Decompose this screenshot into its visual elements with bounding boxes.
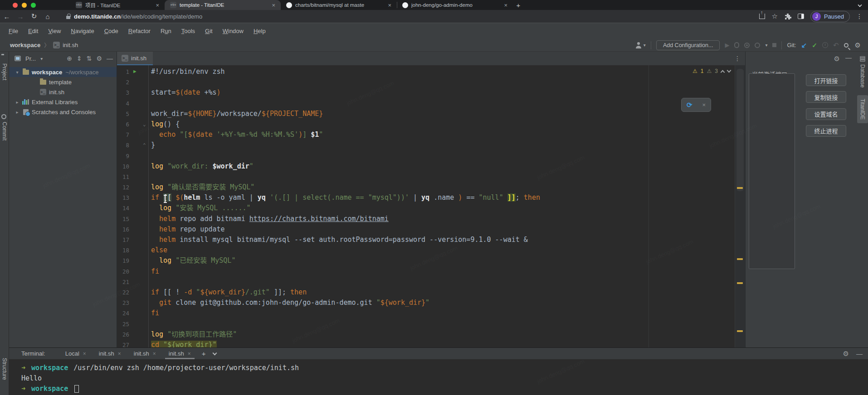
run-more-chevron-icon[interactable]: ▾ <box>765 43 767 48</box>
panel-settings-gear-icon[interactable]: ⚙ <box>96 55 102 62</box>
menu-code[interactable]: Code <box>100 26 122 36</box>
browser-tab[interactable]: charts/bitnami/mysql at maste× <box>281 0 397 10</box>
browser-menu-kebab-icon[interactable]: ⋮ <box>856 13 863 20</box>
set-domain-button[interactable]: 设置域名 <box>806 108 846 120</box>
open-link-button[interactable]: 打开链接 <box>806 74 846 86</box>
previous-warning-chevron-icon[interactable] <box>721 70 725 74</box>
breadcrumb-file[interactable]: init.sh <box>63 42 78 48</box>
tool-tab-commit[interactable]: Commit <box>1 122 8 140</box>
locate-file-icon[interactable]: ⊕ <box>67 55 72 62</box>
tab-close-icon[interactable]: × <box>271 2 276 9</box>
scrollbar-thumb[interactable] <box>736 69 744 191</box>
tree-item-external-libraries[interactable]: ▸External Libraries <box>9 97 117 107</box>
active-ports-list[interactable] <box>749 73 795 269</box>
profile-icon[interactable] <box>744 43 750 48</box>
back-button[interactable]: ← <box>0 13 14 20</box>
terminal-output[interactable]: ➜workspace/usr/bin/env zsh /home/project… <box>9 359 868 394</box>
chevron-right-icon[interactable]: ▸ <box>13 100 22 105</box>
tab-close-icon[interactable]: × <box>83 351 86 357</box>
tree-item-scratches-and-consoles[interactable]: ▸Scratches and Consoles <box>9 107 117 117</box>
tab-close-icon[interactable]: × <box>503 2 508 9</box>
tab-close-icon[interactable]: × <box>155 2 160 9</box>
fold-close-icon[interactable]: ⌃ <box>143 140 146 150</box>
terminal-tab-init-sh[interactable]: init.sh× <box>93 348 127 359</box>
add-configuration-button[interactable]: Add Configuration... <box>656 40 720 50</box>
menu-window[interactable]: Window <box>219 26 248 36</box>
warning-stripe-mark[interactable] <box>737 330 743 332</box>
window-controls[interactable] <box>13 3 36 8</box>
forward-button[interactable]: → <box>14 13 27 20</box>
home-button[interactable]: ⌂ <box>41 13 54 20</box>
fold-open-icon[interactable]: ⌄ <box>143 119 146 130</box>
browser-tab[interactable]: john-deng/go-admin-demo× <box>397 0 513 10</box>
copy-link-button[interactable]: 复制链接 <box>806 91 846 103</box>
hide-panel-icon[interactable]: — <box>845 54 852 61</box>
editor-tab-init-sh[interactable]: >_ init.sh <box>117 52 153 65</box>
tool-tab-titanide[interactable]: TitanIDE <box>857 95 868 123</box>
editor-scrollbar-stripe[interactable] <box>735 65 745 347</box>
bookmark-star-icon[interactable]: ☆ <box>771 12 777 20</box>
terminal-tab-local[interactable]: Local× <box>59 348 93 359</box>
inspections-widget[interactable]: ⚠ 1 ⚠ 3 <box>692 68 731 74</box>
terminal-tab-init-sh[interactable]: init.sh× <box>127 348 162 359</box>
menu-file[interactable]: File <box>5 26 22 36</box>
close-icon[interactable]: × <box>702 101 706 108</box>
new-tab-button[interactable]: + <box>513 0 524 10</box>
tree-item-init-sh[interactable]: >_init.sh <box>9 87 117 97</box>
warning-stripe-mark[interactable] <box>737 258 743 260</box>
tab-close-icon[interactable]: × <box>387 2 392 9</box>
tree-item-workspace[interactable]: ▾workspace~/workspace <box>9 67 117 77</box>
browser-tab[interactable]: <t>项目 - TitanIDE× <box>70 0 165 10</box>
tab-close-icon[interactable]: × <box>188 351 191 357</box>
terminal-tabs-chevron-icon[interactable] <box>212 351 217 355</box>
reload-button[interactable]: ↻ <box>27 12 41 20</box>
tool-tab-structure[interactable]: Structure <box>1 358 8 380</box>
minimize-window-icon[interactable] <box>22 3 27 8</box>
run-button[interactable]: ▶ <box>725 42 729 48</box>
hide-terminal-icon[interactable]: — <box>856 350 863 357</box>
lock-icon[interactable] <box>66 16 70 19</box>
warning-stripe-mark[interactable] <box>737 282 743 284</box>
maximize-window-icon[interactable] <box>31 3 36 8</box>
terminal-tab-init-sh[interactable]: init.sh× <box>162 348 197 359</box>
git-commit-check-icon[interactable]: ✓ <box>812 42 817 49</box>
extensions-puzzle-icon[interactable] <box>784 13 791 20</box>
tab-close-icon[interactable]: × <box>153 351 156 357</box>
chevron-right-icon[interactable]: ▸ <box>13 110 22 115</box>
coverage-icon[interactable] <box>755 43 760 48</box>
menu-refactor[interactable]: Refactor <box>124 26 155 36</box>
new-terminal-tab-button[interactable]: + <box>197 350 210 357</box>
menu-navigate[interactable]: Navigate <box>67 26 98 36</box>
terminate-process-button[interactable]: 终止进程 <box>806 125 846 137</box>
tab-close-icon[interactable]: × <box>118 351 121 357</box>
expand-all-icon[interactable]: ⇕ <box>77 55 82 62</box>
run-line-icon[interactable]: ▶ <box>133 68 137 75</box>
close-window-icon[interactable] <box>13 3 18 8</box>
commit-tool-icon[interactable] <box>1 114 6 119</box>
chevron-down-icon[interactable]: ▾ <box>40 56 43 61</box>
next-warning-chevron-icon[interactable] <box>727 68 731 73</box>
browser-tab[interactable]: <t>template - TitanIDE× <box>165 0 281 10</box>
menu-edit[interactable]: Edit <box>24 26 42 36</box>
chevron-down-icon[interactable]: ▾ <box>13 70 22 75</box>
breadcrumb-root[interactable]: workspace <box>10 42 40 48</box>
code-area[interactable]: #!/usr/bin/env zsh start=$(date +%s) wor… <box>151 67 734 347</box>
project-view-selector[interactable]: Pr... <box>25 55 36 62</box>
stop-button[interactable] <box>772 43 776 47</box>
debug-bug-icon[interactable] <box>734 42 739 48</box>
refresh-icon[interactable]: ⟳ <box>687 101 692 109</box>
menu-git[interactable]: Git <box>201 26 217 36</box>
terminal-settings-gear-icon[interactable]: ⚙ <box>843 350 849 358</box>
menu-run[interactable]: Run <box>156 26 176 36</box>
address-bar[interactable]: demo.titanide.cn/ide/web/coding/template… <box>74 13 202 20</box>
menu-view[interactable]: View <box>44 26 65 36</box>
code-with-me-button[interactable]: ▾ <box>635 42 646 48</box>
search-everywhere-icon[interactable] <box>844 43 848 48</box>
code-link[interactable]: https://charts.bitnami.com/bitnami <box>249 215 389 223</box>
rollback-undo-icon[interactable]: ↶ <box>833 41 839 49</box>
history-clock-icon[interactable] <box>822 42 828 48</box>
share-icon[interactable] <box>759 14 765 19</box>
editor-options-kebab-icon[interactable]: ⋮ <box>734 55 741 62</box>
git-update-icon[interactable]: ↙ <box>801 41 807 49</box>
collapse-all-icon[interactable]: ⇅ <box>87 55 92 62</box>
